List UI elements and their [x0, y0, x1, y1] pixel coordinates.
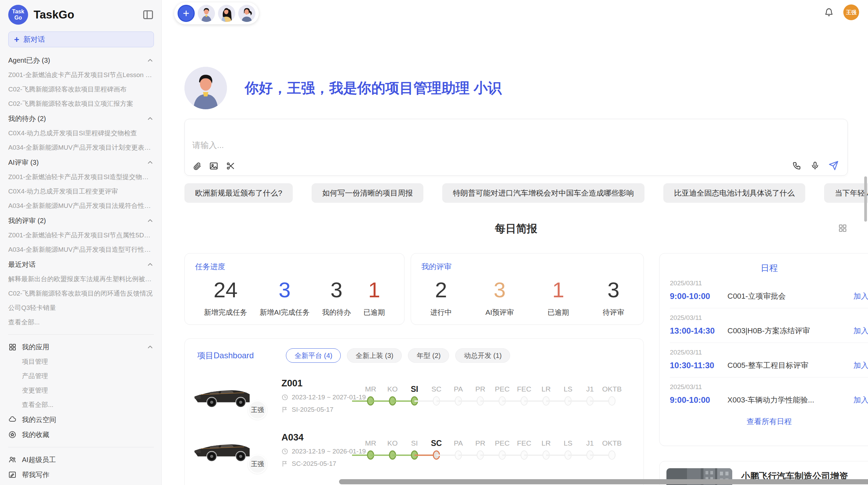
assistant-avatar [184, 67, 227, 109]
milestone: SI [403, 384, 425, 407]
project-owner-badge: 王强 [248, 455, 267, 474]
stats-row: 任务进度 24 新增完成任务 3 新增AI完成任务 3 我的待办 1 已逾期 我… [184, 253, 644, 325]
milestone: OKTB [601, 384, 623, 407]
suggestion-chip[interactable]: 如何写一份清晰的项目周报 [312, 183, 423, 203]
section-title: AI评审 (3) [8, 158, 146, 167]
app-subitem[interactable]: 变更管理 [8, 383, 154, 398]
mic-icon[interactable] [810, 161, 820, 170]
stat-label: AI预评审 [485, 308, 514, 317]
sidebar-task-item[interactable]: 解释最新出台的欧盟报废车法规再生塑料比例被调至15%... [8, 272, 154, 286]
sidebar-task-item[interactable]: C0X4-动力总成开发项目SI里程碑提交物检查 [8, 126, 154, 140]
stat-label: 进行中 [430, 308, 452, 317]
section-header[interactable]: 我的评审 (2) [8, 213, 154, 228]
app-subitem[interactable]: 产品管理 [8, 369, 154, 383]
section-header[interactable]: 最近对话 [8, 257, 154, 272]
sidebar-item-我的云空间[interactable]: 我的云空间 [8, 412, 154, 427]
suggestion-chip[interactable]: 当下年轻人对汽车外观有怎样的喜好趋势 [824, 183, 868, 203]
add-agent-button[interactable] [178, 5, 195, 22]
stat-card-title: 任务进度 [195, 262, 394, 272]
logo-text-top: Task [12, 9, 24, 15]
app-subitem[interactable]: 查看全部... [8, 398, 154, 412]
event-join-link[interactable]: 加入 [854, 326, 868, 336]
project-list: 王强 Z001 2023-12-19 ~ 2027-01-19 SI-2025-… [192, 374, 637, 471]
image-icon[interactable] [209, 161, 218, 171]
sidebar-sections: Agent已办 (3) Z001-全新燃油皮卡产品开发项目SI节点Lesson … [8, 53, 154, 329]
project-row[interactable]: 王强 Z001 2023-12-19 ~ 2027-01-19 SI-2025-… [192, 374, 637, 417]
project-row[interactable]: 王强 A034 2023-12-19 ~ 2026-01-19 SC-2025-… [192, 428, 637, 471]
schedule-title: 日程 [670, 262, 868, 274]
sidebar-links: 我的云空间 我的收藏 [8, 412, 154, 442]
dashboard-tab[interactable]: 全新平台 (4) [286, 348, 341, 363]
sidebar-item-my-apps[interactable]: 我的应用 [8, 339, 154, 355]
sidebar-task-item[interactable]: C0X4-动力总成开发项目工程变更评审 [8, 184, 154, 199]
suggestion-chip[interactable]: 特朗普可能对进口汽车增税会对中国车企造成哪些影响 [442, 183, 644, 203]
sidebar-item-我的收藏[interactable]: 我的收藏 [8, 427, 154, 442]
sidebar-task-item[interactable]: A034-全新新能源MUV产品开发项目法规符合性评审 [8, 199, 154, 213]
sidebar-section: 我的评审 (2) Z001-全新燃油轻卡产品开发项目SI节点属性5D文件评审A0… [8, 213, 154, 257]
event-join-link[interactable]: 加入 [854, 360, 868, 371]
sidebar-item-帮我写作[interactable]: 帮我写作 [8, 467, 154, 482]
sidebar-item-创意制图[interactable]: 创意制图 [8, 482, 154, 485]
chat-input-card[interactable] [184, 119, 848, 176]
section-header[interactable]: AI评审 (3) [8, 155, 154, 170]
dashboard-tab[interactable]: 年型 (2) [408, 348, 449, 363]
view-all-schedule-link[interactable]: 查看所有日程 [670, 416, 868, 427]
project-dashboard-card: 项目Dashboard 全新平台 (4)全新上装 (3)年型 (2)动总开发 (… [184, 338, 644, 485]
sidebar-task-item[interactable]: Z001-全新燃油皮卡产品开发项目SI节点Lesson Learn报告 [8, 68, 154, 82]
stat-label: 新增完成任务 [204, 308, 247, 317]
sidebar-section: 最近对话 解释最新出台的欧盟报废车法规再生塑料比例被调至15%...C02-飞腾… [8, 257, 154, 329]
attachment-icon[interactable] [192, 161, 202, 171]
phone-icon[interactable] [792, 161, 801, 170]
left-column: 任务进度 24 新增完成任务 3 新增AI完成任务 3 我的待办 1 已逾期 我… [184, 253, 644, 485]
star-badge-icon [8, 431, 16, 439]
sidebar-task-item[interactable]: A034-全新新能源MUV产品开发项目造型可行性评审 [8, 242, 154, 257]
sidebar-task-item[interactable]: 查看全部... [8, 315, 154, 329]
layout-grid-icon[interactable] [838, 223, 847, 233]
dashboard-tab[interactable]: 动总开发 (1) [455, 348, 510, 363]
sidebar-task-item[interactable]: Z001-全新燃油轻卡产品开发项目SI节点属性5D文件评审 [8, 228, 154, 242]
member-avatar[interactable] [198, 5, 215, 22]
sidebar-task-item[interactable]: C02-飞腾新能源轻客改款项目的闭环通告反馈情况 [8, 286, 154, 301]
new-chat-button[interactable]: + 新对话 [8, 32, 154, 47]
sidebar-task-item[interactable]: 公司Q3轻卡销量 [8, 301, 154, 315]
sidebar-task-item[interactable]: C02-飞腾新能源轻客改款项目里程碑画布 [8, 82, 154, 97]
app-subitem[interactable]: 项目管理 [8, 355, 154, 369]
suggestion-chip[interactable]: 欧洲新规最近颁布了什么? [184, 183, 293, 203]
section-header[interactable]: Agent已办 (3) [8, 53, 154, 68]
right-column: 日程 2025/03/11 9:00-10:00 C001-立项审批会 加入 2… [659, 253, 868, 485]
sidebar-item-AI超级员工[interactable]: AI超级员工 [8, 452, 154, 467]
member-avatar[interactable] [218, 5, 235, 22]
member-avatar[interactable] [238, 5, 255, 22]
vertical-scrollbar[interactable] [864, 176, 867, 222]
milestone-label: LS [557, 438, 579, 450]
dashboard-tab[interactable]: 全新上装 (3) [347, 348, 402, 363]
section-header[interactable]: 我的待办 (2) [8, 111, 154, 126]
scissors-icon[interactable] [226, 161, 235, 171]
chat-input[interactable] [192, 140, 590, 150]
suggestion-chip[interactable]: 比亚迪全固态电池计划具体说了什么 [663, 183, 805, 203]
send-icon[interactable] [829, 161, 839, 171]
sidebar-task-item[interactable]: C02-飞腾新能源轻客改款项目立项汇报方案 [8, 97, 154, 111]
event-join-link[interactable]: 加入 [854, 395, 868, 405]
content: 你好，王强，我是你的项目管理助理 小识 [162, 0, 868, 485]
suggestion-chips: 欧洲新规最近颁布了什么?如何写一份清晰的项目周报特朗普可能对进口汽车增税会对中国… [184, 183, 848, 203]
milestone-label: PA [447, 438, 469, 450]
event-join-link[interactable]: 加入 [854, 291, 868, 301]
stat-label: 我的待办 [322, 308, 351, 317]
sidebar-task-item[interactable]: Z001-全新燃油轻卡产品开发项目SI造型提交物评审 [8, 170, 154, 184]
stat: 3 AI预评审 [485, 275, 514, 317]
notification-bell-icon[interactable] [824, 8, 834, 17]
clock-icon [281, 394, 288, 401]
event-date: 2025/03/11 [670, 279, 868, 287]
project-date-range: 2023-12-19 ~ 2027-01-19 [292, 394, 366, 401]
user-avatar[interactable]: 王强 [843, 4, 859, 20]
dashboard-tabs: 全新平台 (4)全新上装 (3)年型 (2)动总开发 (1) [286, 348, 510, 363]
event-date: 2025/03/11 [670, 349, 868, 356]
event-name: C005-整车工程目标评审 [727, 360, 848, 371]
horizontal-scrollbar[interactable] [339, 479, 868, 484]
sidebar-collapse-icon[interactable] [142, 9, 154, 21]
stat: 24 新增完成任务 [204, 275, 247, 317]
project-milestone-date: SI-2025-05-17 [292, 406, 333, 413]
stat-value: 1 [363, 275, 385, 304]
sidebar-task-item[interactable]: A034-全新新能源MUV产品开发项目计划变更表编写 [8, 140, 154, 155]
